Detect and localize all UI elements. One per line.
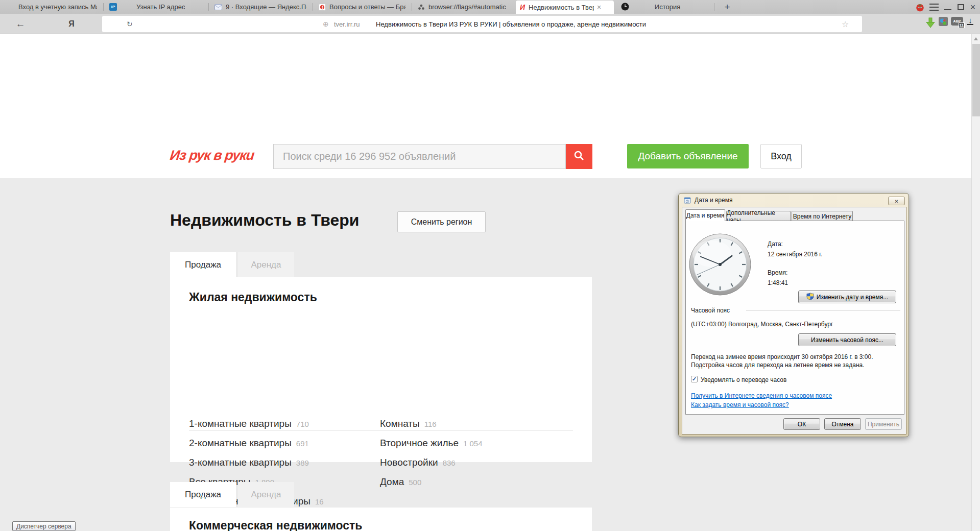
notify-checkbox-label[interactable]: Уведомлять о переводе часов: [701, 376, 786, 383]
back-icon[interactable]: ←: [14, 14, 27, 34]
dst-info-line1: Переход на зимнее время происходит 30 ок…: [691, 353, 873, 360]
uac-shield-icon: [806, 293, 814, 302]
savefrom-extension-icon[interactable]: [925, 17, 936, 29]
tab-label: Вход в учетную запись Mai: [18, 3, 97, 11]
url-host: tver.irr.ru: [334, 16, 360, 32]
reload-icon[interactable]: ↻: [127, 16, 133, 32]
card-divider: [189, 430, 573, 431]
item-count: 116: [424, 420, 437, 428]
change-datetime-button[interactable]: Изменить дату и время...: [798, 291, 896, 303]
search-icon: [573, 150, 585, 163]
page-title: Недвижимость в Твери: [170, 211, 359, 230]
tab-close-icon[interactable]: ×: [597, 4, 601, 11]
tab-label: browser://flags/#automatic: [428, 3, 506, 11]
scrollbar-thumb[interactable]: [972, 44, 980, 116]
timezone-value: (UTC+03:00) Волгоград, Москва, Санкт-Пет…: [691, 321, 833, 328]
commercial-card: Коммерческая недвижимость: [170, 508, 592, 531]
dialog-title: Дата и время: [695, 197, 732, 204]
site-logo[interactable]: Из рук в руки: [169, 148, 255, 163]
dialog-tab-datetime[interactable]: Дата и время: [685, 209, 725, 221]
dialog-close-button[interactable]: ×: [888, 197, 905, 205]
tab-rent[interactable]: Аренда: [238, 252, 294, 277]
tab-sale-commercial[interactable]: Продажа: [170, 482, 236, 507]
downloads-icon[interactable]: ↓: [967, 17, 973, 25]
howto-link[interactable]: Как задать время и часовой пояс?: [691, 401, 789, 408]
site-header: Из рук в руки Добавить объявление Вход Н…: [0, 34, 971, 178]
notify-checkbox[interactable]: ✓: [691, 376, 698, 382]
list-item[interactable]: 3-комнатные квартиры: [189, 457, 292, 468]
tab-label: Недвижимость в Твери: [529, 4, 594, 11]
globe-icon: ⊕: [323, 16, 329, 32]
new-tab-button[interactable]: +: [721, 1, 733, 13]
tab-sale[interactable]: Продажа: [170, 252, 236, 277]
analog-clock: [688, 232, 752, 298]
ip-favicon: IP: [109, 3, 117, 11]
adblock-badge: 11: [959, 22, 965, 28]
date-value: 12 сентября 2016 г.: [768, 251, 823, 258]
item-count: 691: [296, 439, 309, 448]
bookmark-star-icon[interactable]: ☆: [842, 16, 849, 32]
minimize-button[interactable]: [942, 3, 953, 12]
timezone-group-label: Часовой пояс: [691, 307, 730, 314]
dialog-tab-internet-time[interactable]: Время по Интернету: [792, 211, 853, 221]
close-window-button[interactable]: ×: [967, 3, 978, 12]
item-count: 16: [315, 497, 324, 506]
dialog-titlebar-icon: [684, 197, 691, 206]
add-listing-button[interactable]: Добавить объявление: [627, 144, 749, 168]
login-button[interactable]: Вход: [760, 144, 802, 168]
tab-ip-check[interactable]: IP Узнать IP адрес: [105, 0, 206, 14]
tab-yandex-mail[interactable]: 9 · Входящие — Яндекс.По: [210, 0, 310, 14]
address-bar[interactable]: ↻ ⊕ tver.irr.ru Недвижимость в Твери ИЗ …: [102, 16, 862, 32]
url-page-title: Недвижимость в Твери ИЗ РУК В РУКИ | объ…: [376, 16, 646, 32]
tab-irr-active[interactable]: И Недвижимость в Твери ×: [516, 1, 614, 14]
timezone-info-link[interactable]: Получить в Интернете сведения о часовом …: [691, 392, 832, 399]
tab-rent-commercial[interactable]: Аренда: [238, 482, 294, 507]
cancel-button[interactable]: Отмена: [824, 418, 861, 430]
search-button[interactable]: [566, 144, 592, 169]
restore-button[interactable]: [955, 3, 966, 12]
group-separator: [746, 310, 900, 311]
tab-qa[interactable]: Вопросы и ответы — Брауз: [315, 0, 410, 14]
search-input[interactable]: [273, 144, 566, 169]
list-item[interactable]: Вторичное жилье: [380, 438, 459, 449]
residential-title: Жилая недвижимость: [189, 291, 317, 304]
tab-mail-login[interactable]: Вход в учетную запись Mai: [4, 0, 101, 14]
item-count: 710: [296, 420, 309, 428]
visual-bookmarks-extension-icon[interactable]: [939, 17, 948, 26]
item-count: 389: [296, 458, 309, 467]
list-item[interactable]: 1-комнатные квартиры: [189, 418, 292, 429]
yandex-logo[interactable]: Я: [65, 14, 78, 34]
history-tab[interactable]: История: [639, 3, 696, 11]
tab-browser-flags[interactable]: browser://flags/#automatic: [414, 0, 514, 14]
list-item[interactable]: Дома: [380, 476, 404, 488]
ok-button[interactable]: ОК: [783, 418, 820, 430]
list-item[interactable]: Новостройки: [380, 457, 438, 468]
dst-info-line2: Подстройка часов для перехода на летнее …: [691, 361, 865, 369]
residential-card: Жилая недвижимость 1-комнатные квартиры7…: [170, 277, 592, 462]
microsoft-favicon: [8, 4, 15, 10]
list-item[interactable]: Комнаты: [380, 418, 420, 429]
adblock-extension-icon[interactable]: ABP 11: [951, 17, 963, 26]
change-timezone-button[interactable]: Изменить часовой пояс...: [798, 333, 896, 346]
time-label: Время:: [768, 269, 787, 276]
screen: Вход в учетную запись Mai IP Узнать IP а…: [0, 0, 980, 531]
scrollbar-up-arrow[interactable]: [974, 37, 978, 40]
help-favicon: [319, 4, 326, 11]
scrollbar[interactable]: [971, 34, 980, 531]
list-item[interactable]: 2-комнатные квартиры: [189, 438, 292, 449]
dialog-tab-additional-clocks[interactable]: Дополнительные часы: [726, 211, 791, 221]
browser-toolbar: ← Я ↻ ⊕ tver.irr.ru Недвижимость в Твери…: [0, 14, 980, 34]
history-clock-icon[interactable]: [621, 3, 629, 13]
item-count: 836: [443, 458, 456, 467]
change-region-button[interactable]: Сменить регион: [397, 211, 486, 232]
tomato-extension-icon[interactable]: [914, 3, 925, 12]
commercial-title: Коммерческая недвижимость: [189, 519, 363, 531]
tab-label: 9 · Входящие — Яндекс.По: [226, 3, 306, 11]
menu-icon[interactable]: [928, 3, 940, 12]
flags-favicon: [418, 4, 425, 11]
browser-tab-bar: Вход в учетную запись Mai IP Узнать IP а…: [0, 0, 980, 14]
tab-label: Узнать IP адрес: [136, 3, 185, 11]
item-count: 1 054: [463, 439, 483, 448]
time-value: 1:48:41: [768, 279, 788, 286]
taskbar-tooltip: Диспетчер сервера: [12, 521, 76, 531]
